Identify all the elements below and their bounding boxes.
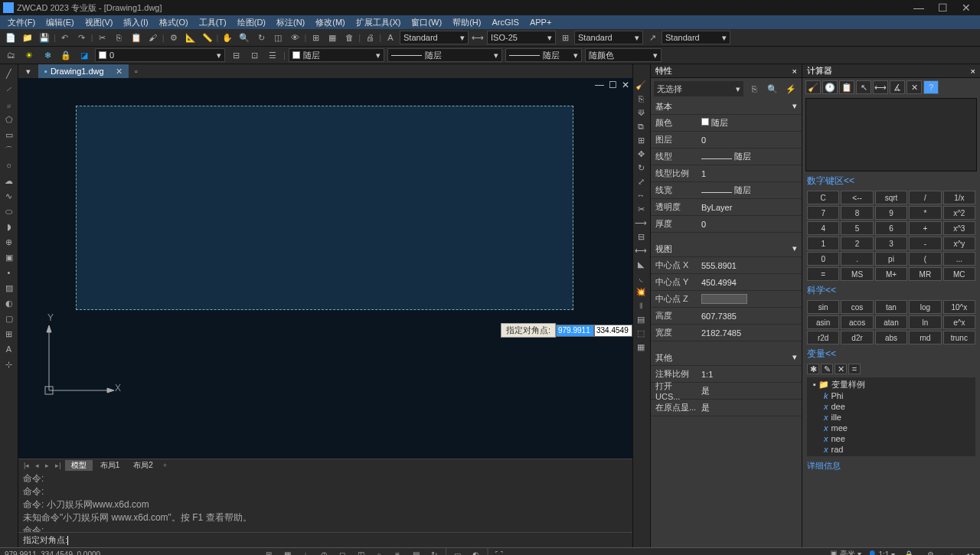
chamfer-icon[interactable]: ◣ (633, 257, 648, 271)
var-Phi[interactable]: kPhi (808, 390, 974, 401)
gradient-icon[interactable]: ◐ (2, 296, 17, 310)
menu-edit[interactable]: 编辑(E) (41, 17, 79, 28)
doc-min-icon[interactable]: — (595, 80, 604, 90)
menu-dim[interactable]: 标注(N) (272, 17, 309, 28)
calc-btn-asin[interactable]: asin (807, 315, 839, 329)
explode-icon[interactable]: 💥 (633, 285, 648, 299)
calc-btn-e^x[interactable]: e^x (943, 315, 975, 329)
new-tab-icon[interactable]: ▫ (129, 64, 144, 78)
workspace-icon[interactable]: ⚙ (923, 547, 938, 555)
mleader-icon[interactable]: ↗ (645, 31, 660, 44)
osnap-icon[interactable]: ◻ (335, 547, 350, 555)
calc-btn-1[interactable]: 1 (807, 237, 839, 250)
menu-help[interactable]: 帮助(H) (448, 17, 485, 28)
ortho-icon[interactable]: ⟂ (298, 547, 313, 555)
dim-style-combo[interactable]: ISO-25▾ (487, 31, 556, 44)
circle-icon[interactable]: ○ (2, 158, 17, 172)
layer-combo[interactable]: 0▾ (95, 48, 225, 62)
arc-icon[interactable]: ⌒ (2, 143, 17, 157)
copy-icon[interactable]: ⎘ (112, 31, 127, 44)
text-style-icon[interactable]: A (383, 31, 398, 44)
var-mee[interactable]: xmee (808, 423, 974, 433)
tab-prev-icon[interactable]: ◂ (33, 462, 41, 469)
calc-btn-cos[interactable]: cos (841, 300, 873, 314)
view3d-icon[interactable]: ◫ (270, 31, 286, 44)
calc-btn-10^x[interactable]: 10^x (943, 300, 975, 314)
scale-icon[interactable]: ⤢ (633, 175, 648, 188)
extend-icon[interactable]: ⟶ (633, 216, 648, 230)
table-style-icon[interactable]: ⊞ (557, 31, 573, 44)
calc-btn-5[interactable]: 5 (841, 221, 873, 235)
tab-first-icon[interactable]: |◂ (21, 462, 31, 469)
var-edit-icon[interactable]: ✎ (821, 364, 833, 374)
hatch-icon[interactable]: ▨ (2, 281, 17, 295)
status-units[interactable]: ▣ 毫米 ▾ (830, 549, 861, 555)
join-icon[interactable]: ⟷ (633, 243, 648, 257)
match-icon[interactable]: 🖌 (145, 31, 161, 44)
calc-btn-MC[interactable]: MC (943, 267, 975, 281)
menu-ext[interactable]: 扩展工具(X) (351, 17, 406, 28)
menu-arcgis[interactable]: ArcGIS (487, 18, 523, 27)
offset-icon[interactable]: ⧉ (633, 119, 648, 133)
layout1-tab[interactable]: 布局1 (94, 460, 126, 471)
file-tab[interactable]: ▪ Drawing1.dwg × (38, 64, 129, 78)
calc-btn-r2d[interactable]: r2d (807, 331, 839, 344)
sun-icon[interactable]: ☀ (21, 48, 37, 62)
ellarc-icon[interactable]: ◗ (2, 220, 17, 233)
calc-btn-2[interactable]: 2 (841, 237, 873, 250)
insert-icon[interactable]: ⊕ (2, 235, 17, 249)
calc-paste-icon[interactable]: 📋 (839, 80, 854, 94)
purge-icon[interactable]: 🗑 (341, 31, 357, 44)
point-icon[interactable]: • (2, 266, 17, 279)
orbit-icon[interactable]: ↻ (253, 31, 269, 44)
props-close-icon[interactable]: × (792, 67, 797, 76)
calc-dist-icon[interactable]: ⟷ (873, 80, 888, 94)
calc-close-icon[interactable]: × (971, 67, 975, 76)
print-icon[interactable]: 🖨 (362, 31, 377, 44)
calc-clear-icon[interactable]: 🧹 (805, 80, 821, 94)
calc-point-icon[interactable]: ↖ (856, 80, 871, 94)
qp-icon[interactable]: ◐ (469, 547, 484, 555)
draworder-icon[interactable]: ▤ (633, 312, 648, 326)
layer-mgr-icon[interactable]: 🗂 (3, 48, 18, 62)
calc-btn-...[interactable]: ... (943, 252, 975, 266)
status-arrows[interactable]: ◂ ▸ (965, 550, 975, 556)
xline-icon[interactable]: ⟋ (2, 82, 17, 96)
block-def-icon[interactable]: ▣ (2, 250, 17, 264)
tab-add-icon[interactable]: + (161, 462, 169, 469)
menu-tools[interactable]: 工具(T) (194, 17, 231, 28)
var-new-icon[interactable]: ✱ (807, 364, 819, 374)
calc-btn-atan[interactable]: atan (875, 315, 907, 329)
revcloud-icon[interactable]: ☁ (2, 174, 17, 188)
text-style-combo[interactable]: Standard▾ (400, 31, 469, 44)
minimize-button[interactable]: — (913, 2, 924, 14)
var-nee[interactable]: xnee (808, 433, 974, 444)
calc-btn-6[interactable]: 6 (875, 221, 907, 235)
calc-btn-acos[interactable]: acos (841, 315, 873, 329)
ellipse-icon[interactable]: ⬭ (2, 204, 17, 218)
array-icon[interactable]: ⊞ (633, 133, 648, 147)
pline-icon[interactable]: ⟓ (2, 97, 17, 111)
lweight-combo[interactable]: 随层▾ (505, 48, 582, 62)
doc-max-icon[interactable]: ☐ (609, 80, 617, 90)
calc-intersect-icon[interactable]: ✕ (906, 80, 922, 94)
undo-icon[interactable]: ↶ (57, 31, 73, 44)
tab-next-icon[interactable]: ▸ (43, 462, 51, 469)
calc-btn-3[interactable]: 3 (875, 237, 907, 250)
table-icon[interactable]: ⊞ (308, 31, 323, 44)
menu-window[interactable]: 窗口(W) (407, 17, 446, 28)
calc-btn-7[interactable]: 7 (807, 206, 839, 220)
calc-btn-trunc[interactable]: trunc (943, 331, 975, 344)
snap-icon[interactable]: ⊞ (261, 547, 276, 555)
fillet-icon[interactable]: ◟ (633, 271, 648, 285)
vars-tree[interactable]: ▪ 📁 变量样例 kPhixdeexillexmeexneexrad (807, 377, 975, 456)
anno-icon[interactable]: ⛶ (492, 547, 507, 555)
calc-btn--[interactable]: - (909, 237, 941, 250)
menu-format[interactable]: 格式(O) (155, 17, 193, 28)
measure-icon[interactable]: 📏 (200, 31, 215, 44)
calc-btn-4[interactable]: 4 (807, 221, 839, 235)
calc-hist-icon[interactable]: 🕐 (822, 80, 838, 94)
dyn-icon[interactable]: ⟐ (371, 547, 387, 555)
rotate-icon[interactable]: ↻ (633, 161, 648, 175)
calc-btn-8[interactable]: 8 (841, 206, 873, 220)
